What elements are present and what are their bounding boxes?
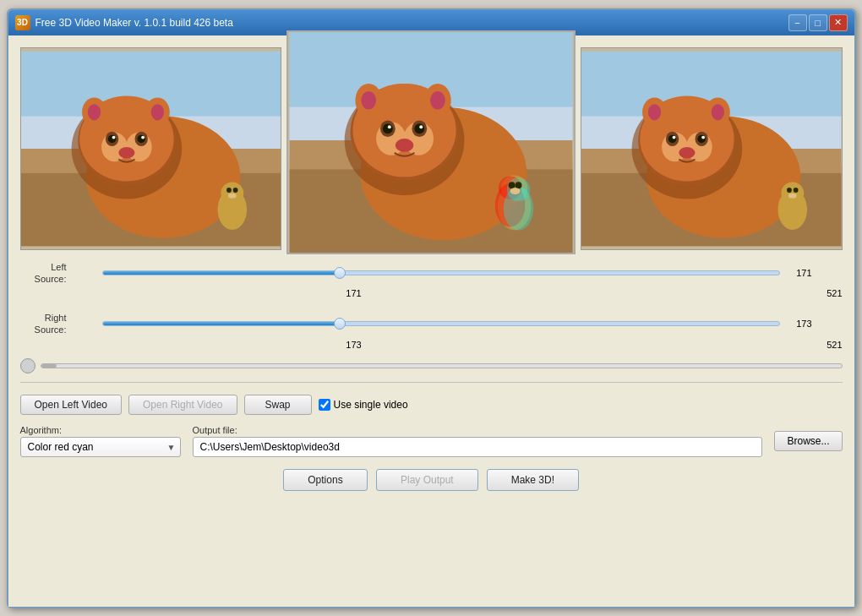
left-source-label: LeftSource: [20,261,67,286]
slider-section: LeftSource: 171 171 521 RightSource: [20,261,843,350]
main-window: 3D Free 3D Video Maker v. 1.0.1 build 42… [7,8,856,608]
play-output-button[interactable]: Play Output [376,469,478,491]
left-values-row: 171 521 [92,288,843,298]
right-values-row: 173 521 [92,340,843,350]
left-val-171: 171 [346,288,361,298]
svg-point-24 [232,188,237,193]
svg-point-18 [87,104,100,120]
svg-point-40 [388,125,391,128]
left-val-521: 521 [827,288,842,298]
right-slider-thumb[interactable] [334,318,346,330]
options-button[interactable]: Options [283,469,368,491]
svg-point-71 [701,135,705,139]
left-slider-track [102,270,780,275]
svg-point-79 [787,188,792,193]
svg-point-54 [515,182,521,188]
browse-group: Browse... [774,431,842,451]
right-val-521: 521 [827,340,842,350]
restore-button[interactable]: □ [809,14,827,31]
zoom-slider-row [20,358,843,373]
use-single-video-label[interactable]: Use single video [319,399,408,411]
svg-point-53 [509,182,516,188]
open-right-video-button[interactable]: Open Right Video [128,395,237,415]
zoom-track [41,363,843,368]
left-source-row: LeftSource: 171 [20,261,843,286]
left-slider-fill [103,271,340,275]
svg-point-39 [414,123,424,134]
svg-point-20 [150,104,163,120]
right-video-thumbnail [581,48,841,249]
zoom-thumb[interactable] [20,358,35,373]
window-title: Free 3D Video Maker v. 1.0.1 build 426 b… [35,17,233,29]
use-single-video-checkbox[interactable] [319,399,330,411]
video-panels [20,47,843,254]
svg-point-16 [118,147,134,158]
center-video-panel [286,30,576,254]
action-buttons-row: Open Left Video Open Right Video Swap Us… [20,395,843,415]
svg-point-70 [673,135,676,139]
left-video-thumbnail [21,48,281,249]
right-source-center-value: 173 [785,319,812,329]
left-slider-container [102,270,780,275]
bottom-buttons-row: Options Play Output Make 3D! [20,469,843,498]
right-source-row: RightSource: 173 [20,312,843,336]
svg-point-72 [679,147,695,158]
right-slider-track [102,321,780,326]
app-icon: 3D [15,15,30,30]
use-single-video-text: Use single video [334,399,408,411]
content-area: LeftSource: 171 171 521 RightSource: [8,35,854,607]
svg-point-76 [712,104,724,120]
svg-point-46 [430,90,445,109]
left-video-panel [20,47,281,250]
minimize-button[interactable]: − [788,14,807,31]
close-button[interactable]: ✕ [829,14,848,31]
right-slider-container [102,321,780,326]
svg-point-25 [227,193,236,198]
divider [20,382,843,383]
right-val-173: 173 [346,340,361,350]
left-slider-thumb[interactable] [334,267,346,279]
output-file-group: Output file: [193,425,763,457]
svg-point-41 [419,125,423,128]
svg-point-42 [396,139,414,152]
algorithm-group: Algorithm: Color red cyan Color red blue… [20,425,181,457]
svg-point-80 [794,188,799,193]
center-video-thumbnail [288,32,574,253]
algo-output-section: Algorithm: Color red cyan Color red blue… [20,425,843,457]
svg-point-23 [226,188,232,193]
output-file-label: Output file: [193,425,763,435]
algorithm-label: Algorithm: [20,425,181,435]
open-left-video-button[interactable]: Open Left Video [20,395,123,415]
svg-point-14 [112,135,115,139]
svg-point-74 [648,104,661,120]
right-source-label: RightSource: [20,312,67,336]
svg-point-38 [383,123,393,134]
right-slider-fill [103,322,340,325]
svg-point-81 [788,193,797,198]
svg-point-55 [510,188,521,194]
svg-point-15 [141,135,145,139]
algorithm-select-wrapper: Color red cyan Color red blue Color red … [20,437,181,457]
browse-button[interactable]: Browse... [774,431,842,451]
svg-point-68 [668,134,677,143]
window-controls: − □ ✕ [788,14,848,31]
swap-button[interactable]: Swap [244,395,312,415]
svg-point-13 [137,134,145,143]
svg-point-69 [697,134,706,143]
make-3d-button[interactable]: Make 3D! [487,469,579,491]
svg-point-12 [107,134,116,143]
left-source-center-value: 171 [785,268,812,278]
zoom-fill [41,364,57,368]
algorithm-select[interactable]: Color red cyan Color red blue Color red … [20,437,181,457]
output-file-input[interactable] [193,437,763,457]
right-video-panel [581,47,842,250]
title-bar-left: 3D Free 3D Video Maker v. 1.0.1 build 42… [15,15,233,30]
svg-point-44 [361,90,376,109]
